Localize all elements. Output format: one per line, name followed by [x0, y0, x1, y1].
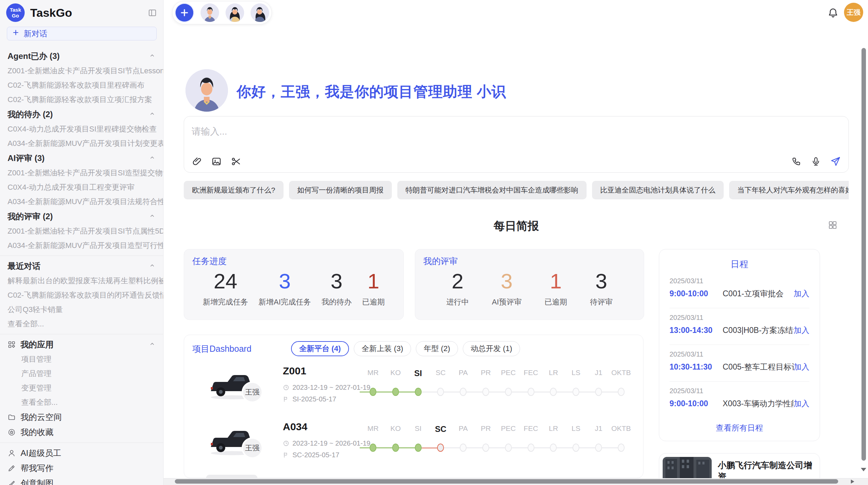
app-item[interactable]: 查看全部... — [0, 395, 163, 410]
recent-chat-item[interactable]: C02-飞腾新能源轻客改款项目的闭环通告反馈情况 — [0, 288, 163, 302]
scroll-right-arrow[interactable] — [851, 480, 854, 484]
suggestion-chip[interactable]: 比亚迪全固态电池计划具体说了什么 — [592, 181, 724, 199]
sidebar-item[interactable]: C02-飞腾新能源轻客改款项目里程碑画布 — [0, 78, 163, 92]
milestone-dot[interactable] — [437, 388, 444, 396]
sidebar-item[interactable]: A034-全新新能源MUV产品开发项目计划变更表编写 — [0, 136, 163, 151]
stat-label: 已逾期 — [544, 297, 567, 307]
section-header-recent[interactable]: 最近对话 — [0, 259, 163, 274]
chat-input-placeholder[interactable]: 请输入... — [192, 125, 841, 138]
brush-icon — [8, 479, 16, 485]
milestone-dot[interactable] — [437, 444, 444, 452]
milestone-dot[interactable] — [460, 444, 467, 452]
sidebar-item[interactable]: Z001-全新燃油皮卡产品开发项目SI节点Lesson Learn报告 — [0, 64, 163, 78]
milestone-dot[interactable] — [618, 444, 625, 452]
milestone-dot[interactable] — [595, 388, 602, 396]
join-link[interactable]: 加入 — [794, 398, 809, 409]
milestone-label: FEC — [524, 369, 538, 377]
sidebar-item[interactable]: A034-全新新能源MUV产品开发项目造型可行性评审 — [0, 238, 163, 253]
sidebar-item-folder[interactable]: 我的云空间 — [0, 410, 163, 425]
user-avatar[interactable]: 王强 — [844, 3, 863, 22]
member-avatar[interactable] — [201, 3, 219, 22]
milestone-dot[interactable] — [505, 444, 512, 452]
stat-value: 1 — [362, 269, 385, 294]
suggestion-chip[interactable]: 欧洲新规最近颁布了什么? — [184, 181, 284, 199]
milestone-dot[interactable] — [415, 444, 422, 452]
milestone-dot[interactable] — [370, 388, 376, 396]
milestone-dot[interactable] — [618, 388, 625, 396]
new-chat-button[interactable]: 新对话 — [7, 27, 157, 40]
milestone-dot[interactable] — [415, 388, 422, 396]
milestone-timeline: MRKOSISCPAPRPECFECLRLSJ1OKTB — [360, 364, 621, 412]
chat-input-box[interactable]: 请输入... — [184, 116, 849, 173]
member-avatar[interactable] — [226, 3, 244, 22]
milestone-label: PA — [459, 424, 468, 433]
milestone-dot[interactable] — [528, 444, 534, 452]
recent-chat-item[interactable]: 查看全部... — [0, 317, 163, 331]
join-link[interactable]: 加入 — [794, 288, 809, 299]
milestone-dot[interactable] — [482, 388, 489, 396]
sidebar-item[interactable]: C02-飞腾新能源轻客改款项目立项汇报方案 — [0, 92, 163, 107]
chevron-up-icon — [149, 153, 156, 163]
layout-grid-icon[interactable] — [828, 220, 838, 230]
recent-chat-item[interactable]: 公司Q3轻卡销量 — [0, 302, 163, 317]
milestone-dot[interactable] — [392, 388, 399, 396]
notification-bell-icon[interactable] — [827, 7, 839, 19]
sidebar-item[interactable]: A034-全新新能源MUV产品开发项目法规符合性评审 — [0, 195, 163, 209]
send-icon[interactable] — [830, 156, 841, 167]
vertical-scrollbar-thumb[interactable] — [861, 48, 866, 461]
schedule-date: 2025/03/11 — [670, 314, 809, 322]
clock-icon — [283, 384, 289, 391]
join-link[interactable]: 加入 — [794, 362, 809, 372]
milestone-dot[interactable] — [572, 444, 579, 452]
recent-chat-item[interactable]: 解释最新出台的欧盟报废车法规再生塑料比例被调至15%... — [0, 274, 163, 288]
milestone-dot[interactable] — [528, 388, 534, 396]
filter-pill[interactable]: 全新平台 (4) — [291, 341, 349, 356]
milestone-dot[interactable] — [392, 444, 399, 452]
sidebar-item[interactable]: C0X4-动力总成开发项目SI里程碑提交物检查 — [0, 122, 163, 136]
milestone-dot[interactable] — [550, 444, 557, 452]
member-avatar[interactable] — [251, 3, 269, 22]
collapse-sidebar-icon[interactable] — [148, 8, 157, 17]
section-header-0[interactable]: Agent已办 (3) — [0, 49, 163, 64]
star-icon — [8, 428, 16, 436]
sidebar-item[interactable]: Z001-全新燃油轻卡产品开发项目SI造型提交物评审 — [0, 166, 163, 180]
sidebar-item-pen[interactable]: 帮我写作 — [0, 461, 163, 476]
image-upload-icon[interactable] — [211, 156, 222, 167]
screenshot-scissors-icon[interactable] — [231, 156, 241, 167]
milestone-label: PEC — [501, 424, 516, 433]
stat-label: 新增AI完成任务 — [258, 297, 311, 307]
filter-pill[interactable]: 年型 (2) — [416, 341, 458, 356]
sidebar-item-robot[interactable]: AI超级员工 — [0, 446, 163, 461]
horizontal-scrollbar-thumb[interactable] — [175, 479, 838, 484]
app-item[interactable]: 项目管理 — [0, 352, 163, 366]
milestone-dot[interactable] — [572, 388, 579, 396]
app-item[interactable]: 产品管理 — [0, 366, 163, 381]
milestone-dot[interactable] — [595, 444, 602, 452]
section-header-3[interactable]: 我的评审 (2) — [0, 209, 163, 224]
microphone-icon[interactable] — [811, 156, 821, 166]
attachment-icon[interactable] — [192, 156, 202, 167]
scroll-down-arrow[interactable] — [861, 468, 866, 471]
milestone-dot[interactable] — [460, 388, 467, 396]
sidebar-item[interactable]: C0X4-动力总成开发项目工程变更评审 — [0, 180, 163, 195]
view-all-schedule-link[interactable]: 查看所有日程 — [670, 423, 809, 435]
add-member-button[interactable] — [175, 3, 194, 22]
phone-call-icon[interactable] — [792, 156, 802, 166]
section-header-2[interactable]: AI评审 (3) — [0, 151, 163, 166]
section-header-1[interactable]: 我的待办 (2) — [0, 107, 163, 122]
filter-pill[interactable]: 全新上装 (3) — [354, 341, 411, 356]
sidebar-item-star[interactable]: 我的收藏 — [0, 425, 163, 440]
milestone-dot[interactable] — [550, 388, 557, 396]
suggestion-chip[interactable]: 特朗普可能对进口汽车增税会对中国车企造成哪些影响 — [397, 181, 587, 199]
join-link[interactable]: 加入 — [794, 325, 809, 336]
sidebar-item-my-apps[interactable]: 我的应用 — [0, 337, 163, 352]
app-item[interactable]: 变更管理 — [0, 381, 163, 395]
suggestion-chip[interactable]: 如何写一份清晰的项目周报 — [289, 181, 392, 199]
sidebar-item-brush[interactable]: 创意制图 — [0, 476, 163, 485]
milestone-dot[interactable] — [482, 444, 489, 452]
sidebar-item[interactable]: Z001-全新燃油轻卡产品开发项目SI节点属性5D文件评审 — [0, 224, 163, 238]
milestone-dot[interactable] — [505, 388, 512, 396]
filter-pill[interactable]: 动总开发 (1) — [463, 341, 520, 356]
suggestion-chip[interactable]: 当下年轻人对汽车外观有怎样的喜好趋势 — [729, 181, 849, 199]
milestone-dot[interactable] — [370, 444, 376, 452]
